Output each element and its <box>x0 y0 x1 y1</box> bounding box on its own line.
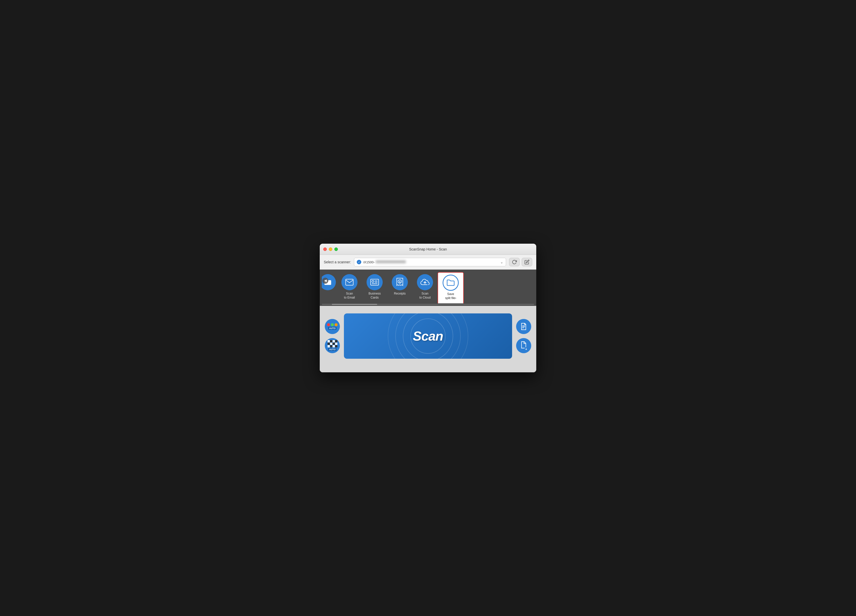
save-split-file-label: Savesplit file› <box>445 292 456 300</box>
right-side-buttons <box>516 319 531 353</box>
sidebar-item-scan-to-email[interactable]: Scanto Email <box>337 272 362 303</box>
scan-button[interactable]: Scan <box>344 313 512 359</box>
window-controls <box>323 248 338 251</box>
svg-rect-1 <box>371 279 379 285</box>
minimize-button[interactable] <box>329 248 333 251</box>
scan-button-label: Scan <box>413 328 443 343</box>
window-title: ScanSnap Home - Scan <box>409 247 447 251</box>
settings-button[interactable] <box>522 258 532 266</box>
scanner-label: Select a scanner: <box>324 260 351 264</box>
scan-to-cloud-label: Scanto Cloud <box>419 292 431 300</box>
dropdown-arrow-icon: ⌄ <box>500 260 503 264</box>
sidebar-item-receipts[interactable]: $ Receipts <box>387 272 413 299</box>
scan-to-email-label: Scanto Email <box>344 292 355 300</box>
sidebar-item-save-split-file[interactable]: Savesplit file› <box>437 272 464 303</box>
receipts-icon: $ <box>392 274 408 290</box>
app-window: ScanSnap Home - Scan Select a scanner: ✓… <box>320 244 536 372</box>
profile-strip: ◀ Scanto Email <box>320 270 536 306</box>
maximize-button[interactable] <box>334 248 338 251</box>
scanner-bar: Select a scanner: ✓ iX1500- ⌄ <box>320 255 536 270</box>
title-bar: ScanSnap Home - Scan <box>320 244 536 255</box>
scroll-thumb[interactable] <box>332 304 377 305</box>
document-down-button[interactable] <box>516 338 531 353</box>
business-cards-label: BusinessCards <box>369 292 381 300</box>
auto-color-button[interactable]: AUTO <box>325 319 340 334</box>
refresh-button[interactable] <box>509 258 520 266</box>
svg-rect-0 <box>346 279 353 285</box>
save-split-file-icon <box>443 275 459 291</box>
scanner-name: iX1500- <box>363 260 498 264</box>
scan-to-email-icon <box>342 274 357 290</box>
bottom-padding <box>320 366 536 372</box>
scanner-serial <box>376 260 406 263</box>
scroll-track <box>322 304 534 305</box>
svg-point-2 <box>372 280 374 282</box>
sidebar-item-scan-to-folder-partial[interactable]: ◀ <box>322 272 337 295</box>
close-button[interactable] <box>323 248 327 251</box>
svg-text:$: $ <box>399 280 400 283</box>
auto-checker-button[interactable]: AUTO <box>325 338 340 353</box>
left-side-buttons: AUTO AUTO <box>325 319 340 353</box>
scanner-dropdown[interactable]: ✓ iX1500- ⌄ <box>354 258 506 266</box>
profiles-row: ◀ Scanto Email <box>320 272 536 303</box>
receipts-label: Receipts <box>394 292 406 296</box>
business-cards-icon <box>366 274 383 290</box>
sidebar-item-scan-to-cloud[interactable]: Scanto Cloud <box>413 272 437 303</box>
main-content: AUTO AUTO <box>320 306 536 366</box>
scanner-connected-icon: ✓ <box>357 260 361 264</box>
scroll-bar-area <box>320 304 536 306</box>
sidebar-item-business-cards[interactable]: BusinessCards <box>362 272 387 303</box>
scan-to-cloud-icon <box>417 274 433 290</box>
toolbar-buttons <box>509 258 532 266</box>
scan-button-wrap: Scan <box>344 313 512 359</box>
document-button[interactable] <box>516 319 531 334</box>
